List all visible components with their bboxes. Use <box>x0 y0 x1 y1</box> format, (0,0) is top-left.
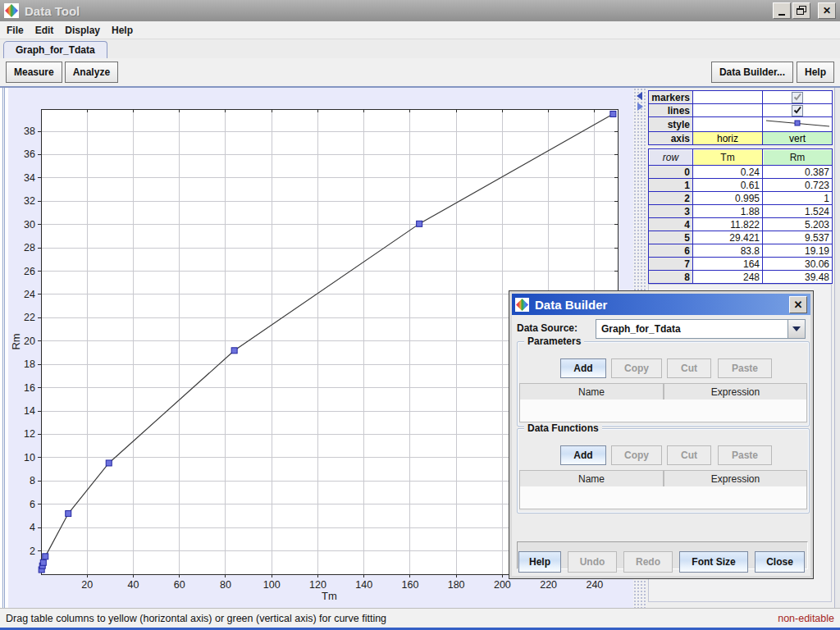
table-row: 00.240.387 <box>649 166 833 179</box>
data-point-marker <box>106 460 112 466</box>
rm-cell[interactable]: 0.723 <box>763 179 833 192</box>
y-tick-label: 8 <box>30 475 35 486</box>
property-horiz-cell[interactable] <box>693 104 763 117</box>
tm-cell[interactable]: 0.24 <box>693 166 763 179</box>
menu-display[interactable]: Display <box>65 25 100 36</box>
column-header-tm[interactable]: Tm <box>693 149 763 166</box>
collapse-right-arrow-icon[interactable] <box>637 103 643 111</box>
tm-cell[interactable]: 0.995 <box>693 192 763 205</box>
rm-cell[interactable]: 0.387 <box>763 166 833 179</box>
tm-cell[interactable]: 29.421 <box>693 231 763 244</box>
dialog-help-button[interactable]: Help <box>518 551 561 573</box>
tm-cell[interactable]: 1.88 <box>693 205 763 218</box>
dialog-undo-button: Undo <box>568 551 617 573</box>
property-horiz-cell[interactable]: horiz <box>693 132 763 145</box>
dialog-font-size-button[interactable]: Font Size <box>679 551 748 573</box>
data-source-combo[interactable]: Graph_for_Tdata <box>596 319 806 339</box>
property-vert-cell[interactable] <box>763 104 833 117</box>
table-row: 411.8225.203 <box>649 218 833 231</box>
measure-button[interactable]: Measure <box>6 62 62 83</box>
property-horiz-cell[interactable] <box>693 117 763 132</box>
tm-cell[interactable]: 83.8 <box>693 244 763 258</box>
x-tick-label: 140 <box>355 579 372 591</box>
close-window-button[interactable]: ✕ <box>818 2 836 19</box>
row-header-cell[interactable]: 0 <box>649 166 693 179</box>
tm-cell[interactable]: 11.822 <box>693 218 763 231</box>
rm-cell[interactable]: 1 <box>763 192 833 205</box>
menu-file[interactable]: File <box>7 25 24 36</box>
dialog-titlebar[interactable]: Data Builder ✕ <box>512 294 810 315</box>
titlebar: Data Tool ✕ <box>0 0 840 21</box>
analyze-button[interactable]: Analyze <box>65 62 118 83</box>
expression-column-header[interactable]: Expression <box>664 383 807 400</box>
row-header-cell[interactable]: 5 <box>649 231 693 244</box>
tab-graph-for-tdata[interactable]: Graph_for_Tdata <box>3 41 107 58</box>
x-tick-label: 20 <box>81 579 93 591</box>
y-tick-label: 6 <box>30 499 35 510</box>
row-header-cell[interactable]: 8 <box>649 271 693 284</box>
row-header-cell[interactable]: 2 <box>649 192 693 205</box>
help-button[interactable]: Help <box>797 62 834 83</box>
restore-button[interactable] <box>792 2 810 19</box>
data-functions-cut-button: Cut <box>667 445 711 465</box>
plot-property-table: markerslinesstyleaxishorizvert <box>648 90 833 145</box>
rm-cell[interactable]: 39.48 <box>763 271 833 284</box>
tm-cell[interactable]: 248 <box>693 271 763 284</box>
dialog-close-button[interactable]: Close <box>755 551 805 573</box>
app-icon <box>4 3 19 18</box>
collapse-left-arrow-icon[interactable] <box>637 92 642 100</box>
y-tick-label: 4 <box>30 522 35 533</box>
empty-table-body <box>519 486 807 509</box>
property-row-style: style <box>649 117 833 132</box>
lines-checkbox[interactable] <box>792 105 803 116</box>
minimize-button[interactable] <box>773 2 791 19</box>
rm-cell[interactable]: 9.537 <box>763 231 833 244</box>
rm-cell[interactable]: 30.06 <box>763 258 833 271</box>
parameters-add-button[interactable]: Add <box>560 358 606 378</box>
parameters-copy-button: Copy <box>611 358 662 378</box>
row-header-cell[interactable]: 1 <box>649 179 693 192</box>
data-point-marker <box>417 221 422 226</box>
markers-checkbox[interactable] <box>792 92 803 103</box>
y-tick-label: 26 <box>24 266 35 277</box>
property-label: style <box>649 117 693 132</box>
row-header-cell[interactable]: 3 <box>649 205 693 218</box>
row-header-cell[interactable]: 6 <box>649 244 693 258</box>
property-vert-cell[interactable] <box>763 91 833 104</box>
tm-cell[interactable]: 164 <box>693 258 763 271</box>
tab-bar: Graph_for_Tdata <box>0 39 840 59</box>
menu-edit[interactable]: Edit <box>35 25 54 36</box>
data-builder-button[interactable]: Data Builder... <box>711 62 793 83</box>
row-header-cell[interactable]: 4 <box>649 218 693 231</box>
data-functions-add-button[interactable]: Add <box>560 445 606 465</box>
parameters-paste-button: Paste <box>718 358 772 378</box>
table-row: 31.881.524 <box>649 205 833 218</box>
x-tick-label: 60 <box>174 579 185 591</box>
name-column-header[interactable]: Name <box>519 470 664 487</box>
row-header-cell[interactable]: 7 <box>649 258 693 271</box>
property-horiz-cell[interactable] <box>693 91 763 104</box>
y-tick-label: 30 <box>24 219 35 231</box>
tm-cell[interactable]: 0.61 <box>693 179 763 192</box>
column-header-rm[interactable]: Rm <box>763 149 833 166</box>
name-column-header[interactable]: Name <box>519 383 664 400</box>
rm-cell[interactable]: 1.524 <box>763 205 833 218</box>
property-vert-cell[interactable]: vert <box>763 132 833 145</box>
expression-column-header[interactable]: Expression <box>664 470 807 487</box>
left-edge-divider[interactable] <box>0 88 8 608</box>
y-tick-label: 14 <box>24 405 35 417</box>
data-source-label: Data Source: <box>517 322 578 334</box>
menu-help[interactable]: Help <box>112 25 133 36</box>
toolbar-right: Data Builder...Help <box>711 62 834 83</box>
table-row: 683.819.19 <box>649 244 833 258</box>
rm-cell[interactable]: 19.19 <box>763 244 833 258</box>
y-tick-label: 20 <box>24 336 35 347</box>
data-functions-paste-button: Paste <box>718 445 772 465</box>
rm-cell[interactable]: 5.203 <box>763 218 833 231</box>
y-tick-label: 32 <box>24 195 35 207</box>
property-vert-cell[interactable] <box>763 117 833 132</box>
data-point-marker <box>66 511 71 517</box>
dialog-close-button[interactable]: ✕ <box>789 296 807 313</box>
combo-arrow-button[interactable] <box>788 320 805 338</box>
row-number-header[interactable]: row <box>649 149 693 166</box>
